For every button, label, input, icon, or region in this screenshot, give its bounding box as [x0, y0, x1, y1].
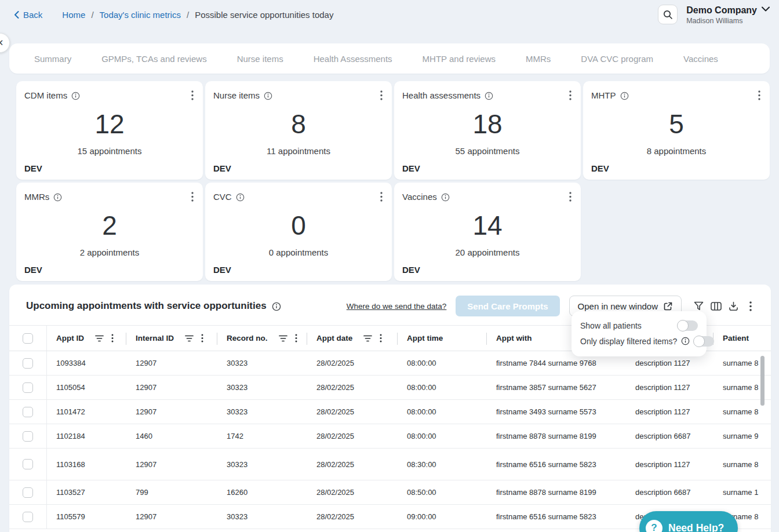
row-checkbox[interactable]	[23, 487, 33, 498]
tab-item[interactable]: GPMPs, TCAs and reviews	[86, 43, 221, 74]
table-body: 1093384 12907 30323 28/02/2025 08:00:00 …	[9, 351, 771, 529]
metric-value: 0	[205, 212, 392, 239]
tab-item[interactable]: Health Assessments	[299, 43, 407, 74]
row-checkbox[interactable]	[23, 459, 33, 469]
tab-item[interactable]: MHTP and reviews	[407, 43, 511, 74]
toggle-switch[interactable]	[694, 336, 714, 347]
kebab-menu-icon[interactable]	[190, 191, 195, 203]
metric-value: 2	[16, 212, 203, 239]
account-menu[interactable]: Demo Company Madison Williams	[686, 5, 770, 25]
cell-record-no: 30323	[217, 460, 307, 469]
row-checkbox[interactable]	[23, 512, 33, 522]
cell-appt-with: firstname 3493 surname 5573	[487, 407, 626, 416]
kebab-menu-icon[interactable]	[379, 89, 384, 101]
metric-value: 8	[205, 111, 392, 137]
cell-appt-id: 1093384	[47, 359, 126, 367]
row-checkbox[interactable]	[23, 407, 33, 417]
table-row[interactable]: 1102184 1460 1742 28/02/2025 08:00:00 fi…	[9, 424, 771, 449]
info-icon[interactable]	[441, 193, 450, 202]
column-header-label: Appt time	[407, 334, 443, 342]
cell-appt-with: firstname 3857 surname 5627	[487, 383, 626, 392]
breadcrumb-current-page: Possible service opportunities today	[195, 10, 333, 20]
table-row[interactable]: 1103168 12907 30323 28/02/2025 08:30:00 …	[9, 449, 771, 480]
cell-appt-date: 28/02/2025	[307, 512, 398, 521]
table-row[interactable]: 1103527 799 16260 28/02/2025 08:50:00 fi…	[9, 480, 771, 505]
column-header-label: Internal ID	[136, 334, 174, 342]
column-header: Internal ID	[126, 326, 217, 351]
info-icon[interactable]	[620, 92, 629, 100]
cell-internal-id: 1460	[126, 432, 217, 440]
row-checkbox[interactable]	[23, 358, 33, 369]
tab-label: Nurse items	[237, 54, 283, 64]
info-icon[interactable]	[272, 302, 281, 311]
kebab-menu-icon[interactable]	[757, 89, 762, 101]
dev-badge: DEV	[402, 265, 420, 275]
kebab-menu-icon[interactable]	[295, 334, 297, 342]
info-icon[interactable]	[236, 193, 245, 202]
column-header: Appt date	[307, 326, 398, 351]
metric-value: 12	[16, 111, 203, 137]
select-all-checkbox[interactable]	[23, 333, 33, 344]
need-help-button[interactable]: ? Need Help?	[639, 511, 738, 532]
dev-badge: DEV	[213, 265, 231, 275]
kebab-menu-icon[interactable]	[111, 334, 114, 342]
info-icon[interactable]	[485, 92, 493, 100]
cell-record-no: 1742	[217, 432, 307, 440]
column-header: Patient	[714, 326, 771, 351]
column-header-label: Appt with	[496, 334, 532, 342]
metric-card: Health assessments 18 55 appointments DE…	[394, 81, 581, 180]
filter-lines-icon[interactable]	[279, 335, 287, 342]
cell-appt-date: 28/02/2025	[307, 488, 398, 497]
kebab-menu-icon[interactable]	[190, 89, 195, 101]
metric-card: MHTP 5 8 appointments DEV	[583, 81, 770, 180]
toggle-switch[interactable]	[678, 320, 698, 331]
send-care-prompts-button[interactable]: Send Care Prompts	[456, 296, 559, 316]
close-button[interactable]: ✕	[0, 33, 10, 53]
tab-item[interactable]: MMRs	[511, 43, 566, 74]
vertical-scrollbar-thumb[interactable]	[760, 356, 765, 406]
metric-cards-grid: CDM items 12 15 appointments DEV Nurse i…	[16, 81, 770, 281]
filter-lines-icon[interactable]	[185, 335, 194, 342]
kebab-menu-icon[interactable]	[743, 298, 758, 314]
table-row[interactable]: 1105054 12907 30323 28/02/2025 08:00:00 …	[9, 376, 771, 400]
info-icon[interactable]	[264, 92, 272, 100]
row-checkbox[interactable]	[23, 382, 33, 393]
filter-lines-icon[interactable]	[363, 335, 372, 342]
info-icon[interactable]	[53, 193, 62, 202]
breadcrumb: Home / Today's clinic metrics / Possible…	[62, 10, 333, 20]
cell-appt-date: 28/02/2025	[307, 359, 398, 367]
tab-item[interactable]: Nurse items	[222, 43, 299, 74]
tab-item[interactable]: DVA CVC program	[566, 43, 668, 74]
back-button[interactable]: Back	[14, 10, 42, 20]
table-settings-popup: Show all patients Only display filtered …	[571, 311, 707, 356]
row-checkbox[interactable]	[23, 431, 33, 442]
breadcrumb-clinic-metrics[interactable]: Today's clinic metrics	[100, 10, 181, 20]
kebab-menu-icon[interactable]	[568, 89, 573, 101]
info-icon[interactable]	[71, 92, 80, 100]
card-title: CVC	[213, 192, 232, 202]
kebab-menu-icon[interactable]	[380, 334, 382, 342]
where-data-link[interactable]: Where do we send the data?	[347, 302, 447, 311]
search-button[interactable]	[658, 5, 678, 24]
card-title: MHTP	[591, 90, 616, 100]
tab-item[interactable]: Vaccines	[668, 43, 733, 74]
popup-option-row: Only display filtered items?	[580, 333, 698, 349]
metric-card: CDM items 12 15 appointments DEV	[16, 81, 203, 180]
tab-bar: Summary GPMPs, TCAs and reviews Nurse it…	[9, 43, 770, 74]
cell-appt-with: firstname 8878 surname 8199	[487, 432, 626, 440]
breadcrumb-home[interactable]: Home	[62, 10, 85, 20]
external-link-icon	[663, 301, 673, 311]
download-icon[interactable]	[726, 298, 741, 314]
kebab-menu-icon[interactable]	[568, 191, 573, 203]
tab-item[interactable]: Summary	[19, 43, 86, 74]
cell-appt-id: 1101472	[47, 407, 126, 416]
cell-patient: surname 9	[714, 432, 771, 440]
kebab-menu-icon[interactable]	[201, 334, 203, 342]
cell-internal-id: 12907	[126, 460, 217, 469]
columns-icon[interactable]	[708, 298, 723, 314]
kebab-menu-icon[interactable]	[379, 191, 384, 203]
breadcrumb-separator: /	[187, 10, 189, 20]
table-row[interactable]: 1101472 12907 30323 28/02/2025 08:00:00 …	[9, 400, 771, 424]
info-icon[interactable]	[681, 337, 690, 345]
filter-lines-icon[interactable]	[95, 335, 104, 342]
